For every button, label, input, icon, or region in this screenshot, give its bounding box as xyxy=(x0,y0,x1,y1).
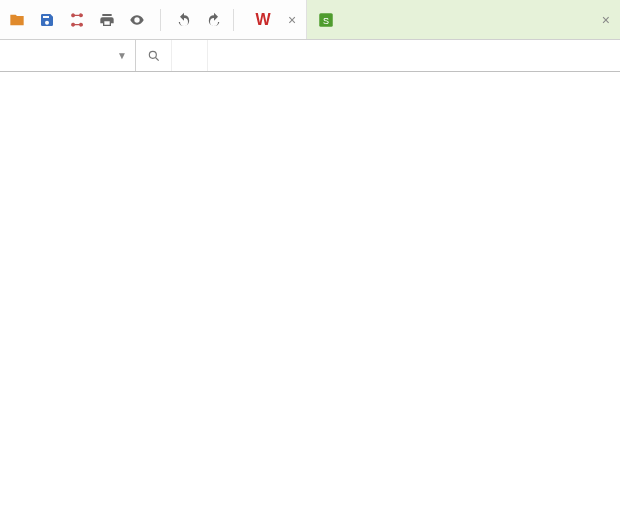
save-icon[interactable] xyxy=(38,11,56,29)
quick-toolbar xyxy=(0,0,231,39)
chevron-down-icon[interactable]: ▼ xyxy=(117,50,127,61)
fx-label[interactable] xyxy=(172,40,208,71)
share-icon[interactable] xyxy=(68,11,86,29)
svg-text:S: S xyxy=(323,15,329,25)
toolbar-divider xyxy=(160,9,161,31)
tab-my-wps[interactable]: W × xyxy=(244,0,307,39)
xls-icon: S xyxy=(317,11,335,29)
svg-point-2 xyxy=(149,51,156,58)
svg-line-3 xyxy=(155,57,158,60)
print-icon[interactable] xyxy=(98,11,116,29)
undo-icon[interactable] xyxy=(175,11,193,29)
titlebar: W × S × xyxy=(0,0,620,40)
fx-area xyxy=(136,40,620,71)
close-icon[interactable]: × xyxy=(288,12,296,28)
name-box[interactable]: ▼ xyxy=(0,40,136,71)
search-fx-icon[interactable] xyxy=(136,40,172,71)
document-tabs: W × S × xyxy=(244,0,620,39)
formula-bar: ▼ xyxy=(0,40,620,72)
redo-icon[interactable] xyxy=(205,11,223,29)
toolbar-divider xyxy=(233,9,234,31)
close-icon[interactable]: × xyxy=(602,12,610,28)
tab-workbook-1[interactable]: S × xyxy=(307,0,620,39)
wps-logo-icon: W xyxy=(254,11,272,29)
open-icon[interactable] xyxy=(8,11,26,29)
preview-icon[interactable] xyxy=(128,11,146,29)
